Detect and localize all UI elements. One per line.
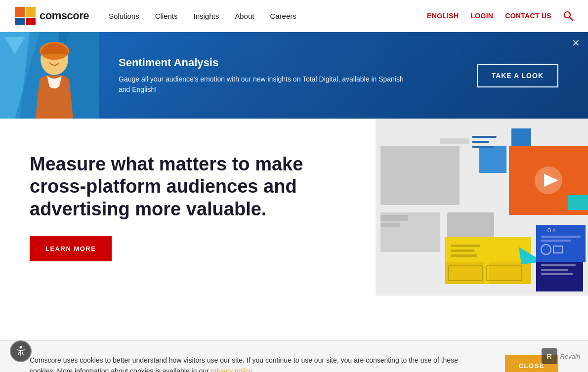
svg-rect-45 [541,264,576,266]
revain-watermark: R Revain [542,348,580,364]
hero-illustration: — O × [376,119,588,296]
hero-left: Measure what matters to make cross-platf… [0,119,376,296]
accessibility-button[interactable] [10,340,32,362]
cookie-banner: Comscore uses cookies to better understa… [0,340,588,372]
banner-cta: TAKE A LOOK [477,64,558,87]
banner-image [0,32,99,119]
svg-rect-2 [15,18,25,25]
hero-illustration-svg: — O × [376,119,588,294]
svg-rect-18 [479,146,506,173]
language-selector[interactable]: ENGLISH [427,12,459,20]
content-spacer [0,296,588,340]
svg-text:— O ×: — O × [541,228,555,233]
nav-insights[interactable]: Insights [194,12,219,20]
svg-rect-26 [472,146,494,148]
banner-title: Sentiment Analysis [119,56,457,69]
svg-rect-21 [568,195,588,210]
svg-rect-1 [26,7,36,17]
svg-line-5 [570,17,573,20]
svg-rect-27 [380,215,408,221]
svg-rect-38 [536,259,583,291]
logo[interactable]: comscore [15,7,89,25]
nav-right: ENGLISH LOGIN CONTACT US [427,11,573,21]
svg-rect-47 [541,273,573,275]
svg-rect-41 [541,236,581,238]
nav-clients[interactable]: Clients [155,12,178,20]
svg-rect-35 [451,249,474,252]
svg-rect-0 [15,7,25,17]
contact-link[interactable]: CONTACT US [505,12,551,20]
svg-point-4 [564,12,570,18]
svg-rect-15 [380,146,460,205]
logo-icon [15,7,36,25]
svg-rect-42 [541,240,571,242]
hero-headline: Measure what matters to make cross-platf… [30,153,306,221]
search-icon[interactable] [563,11,573,21]
banner-person-svg [0,32,99,119]
svg-point-49 [20,346,22,349]
nav-about[interactable]: About [235,12,254,20]
svg-rect-19 [511,128,531,148]
svg-rect-24 [472,136,497,138]
banner-description: Gauge all your audience's emotion with o… [119,74,405,95]
revain-label: Revain [560,353,580,360]
svg-rect-34 [451,245,480,247]
navbar: comscore Solutions Clients Insights Abou… [0,0,588,32]
banner-content: Sentiment Analysis Gauge all your audien… [99,56,477,95]
accessibility-icon [15,345,27,357]
nav-solutions[interactable]: Solutions [109,12,139,20]
learn-more-button[interactable]: LEARN MORE [30,236,112,261]
privacy-policy-link[interactable]: privacy policy [211,367,252,372]
svg-rect-28 [380,223,400,227]
announcement-banner: Sentiment Analysis Gauge all your audien… [0,32,588,119]
login-link[interactable]: LOGIN [470,12,493,20]
take-a-look-button[interactable]: TAKE A LOOK [477,64,558,87]
svg-rect-36 [451,254,477,257]
revain-logo: R [542,348,557,364]
hero-section: Measure what matters to make cross-platf… [0,119,588,296]
close-icon[interactable]: ✕ [572,37,580,49]
svg-rect-3 [26,18,36,25]
nav-careers[interactable]: Careers [270,12,296,20]
svg-rect-48 [440,138,469,144]
brand-name: comscore [40,9,89,22]
svg-rect-46 [541,269,568,271]
svg-rect-17 [447,212,494,240]
svg-rect-25 [472,141,489,143]
nav-links: Solutions Clients Insights About Careers [109,12,427,20]
cookie-text: Comscore uses cookies to better understa… [30,355,485,372]
